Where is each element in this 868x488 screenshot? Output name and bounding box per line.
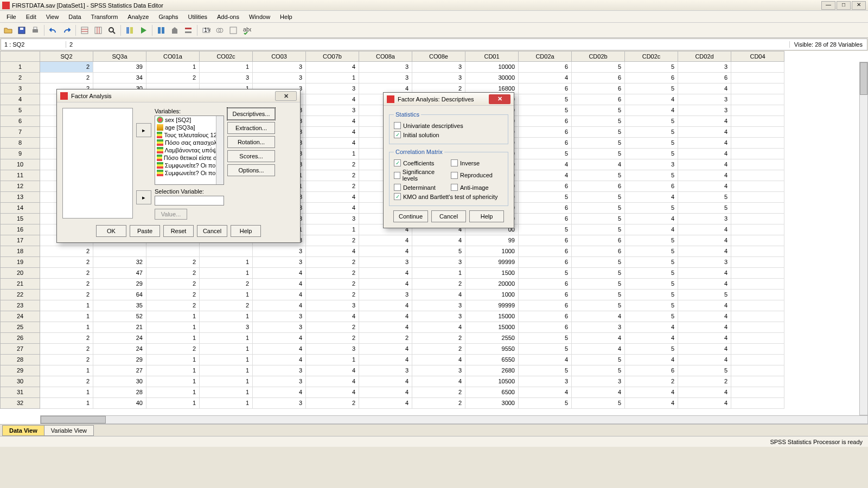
data-cell[interactable]: 4 <box>625 94 678 105</box>
data-cell[interactable]: 27 <box>93 365 146 376</box>
undo-icon[interactable] <box>47 24 59 36</box>
data-cell[interactable]: 4 <box>678 170 731 181</box>
data-cell[interactable]: 99999 <box>465 300 519 311</box>
data-cell[interactable] <box>731 322 784 333</box>
data-cell[interactable]: 2 <box>40 355 93 365</box>
data-cell[interactable]: 1 <box>40 365 93 376</box>
data-cell[interactable]: 5 <box>625 290 678 300</box>
data-cell[interactable]: 3 <box>412 300 465 311</box>
row-header[interactable]: 22 <box>0 290 40 300</box>
data-cell[interactable]: 5 <box>625 84 678 94</box>
data-cell[interactable] <box>731 355 784 365</box>
data-cell[interactable]: 24 <box>93 333 146 344</box>
row-header[interactable]: 20 <box>0 268 40 279</box>
data-cell[interactable]: 3 <box>306 105 359 116</box>
data-cell[interactable]: 6 <box>519 311 572 322</box>
data-cell[interactable]: 2 <box>306 333 359 344</box>
select-cases-icon[interactable] <box>182 24 194 36</box>
data-cell[interactable]: 4 <box>572 344 625 355</box>
fa-dialog-close-button[interactable]: ✕ <box>275 91 297 101</box>
data-cell[interactable]: 3 <box>253 365 306 376</box>
data-cell[interactable]: 5 <box>625 62 678 73</box>
data-cell[interactable]: 4 <box>412 376 465 387</box>
data-cell[interactable]: 6 <box>572 235 625 246</box>
data-cell[interactable]: 4 <box>519 355 572 365</box>
data-cell[interactable]: 5 <box>519 365 572 376</box>
data-cell[interactable]: 2 <box>412 279 465 290</box>
row-header[interactable]: 12 <box>0 181 40 192</box>
data-cell[interactable]: 1 <box>200 268 253 279</box>
data-cell[interactable]: 2 <box>146 257 200 268</box>
data-cell[interactable]: 6 <box>519 62 572 73</box>
data-cell[interactable]: 4 <box>253 387 306 398</box>
data-cell[interactable]: 4 <box>359 300 412 311</box>
data-cell[interactable]: 6 <box>519 214 572 224</box>
data-cell[interactable] <box>731 224 784 235</box>
data-cell[interactable]: 4 <box>359 235 412 246</box>
fa-variable-item[interactable]: age [SQ3a] <box>155 124 224 131</box>
column-header[interactable]: CO02c <box>200 51 253 62</box>
data-cell[interactable]: 5 <box>519 268 572 279</box>
data-cell[interactable]: 4 <box>572 387 625 398</box>
data-cell[interactable]: 4 <box>678 159 731 170</box>
data-cell[interactable]: 4 <box>412 322 465 333</box>
data-cell[interactable]: 5 <box>519 149 572 159</box>
data-cell[interactable]: 2 <box>306 290 359 300</box>
data-cell[interactable]: 5 <box>572 149 625 159</box>
data-cell[interactable]: 1 <box>40 311 93 322</box>
data-cell[interactable]: 2 <box>146 268 200 279</box>
data-cell[interactable]: 1500 <box>465 268 519 279</box>
data-cell[interactable]: 5 <box>519 94 572 105</box>
data-cell[interactable]: 3 <box>678 214 731 224</box>
data-cell[interactable] <box>731 376 784 387</box>
data-cell[interactable]: 3 <box>359 62 412 73</box>
data-cell[interactable]: 2 <box>678 376 731 387</box>
data-cell[interactable]: 1 <box>200 355 253 365</box>
data-cell[interactable]: 1 <box>200 62 253 73</box>
run-icon[interactable] <box>137 24 149 36</box>
fa-scores-button[interactable]: Scores... <box>227 150 275 162</box>
data-cell[interactable]: 1 <box>200 344 253 355</box>
fa-ok-button[interactable]: OK <box>96 225 126 237</box>
weight-icon[interactable] <box>169 24 181 36</box>
data-cell[interactable]: 4 <box>253 279 306 290</box>
data-cell[interactable]: 2 <box>40 333 93 344</box>
redo-icon[interactable] <box>61 24 73 36</box>
data-cell[interactable]: 4 <box>678 127 731 138</box>
column-header[interactable]: CD02d <box>678 51 731 62</box>
data-cell[interactable] <box>731 127 784 138</box>
data-cell[interactable]: 2 <box>412 387 465 398</box>
menu-data[interactable]: Data <box>64 12 85 21</box>
data-cell[interactable] <box>731 398 784 409</box>
column-header[interactable]: CD04 <box>731 51 784 62</box>
data-cell[interactable]: 4 <box>678 333 731 344</box>
row-header[interactable]: 18 <box>0 246 40 257</box>
data-cell[interactable]: 4 <box>306 192 359 203</box>
data-cell[interactable]: 99999 <box>465 257 519 268</box>
row-header[interactable]: 9 <box>0 149 40 159</box>
data-cell[interactable]: 6 <box>519 116 572 127</box>
data-cell[interactable]: 5 <box>625 203 678 214</box>
data-cell[interactable] <box>731 203 784 214</box>
data-cell[interactable]: 4 <box>678 224 731 235</box>
data-cell[interactable]: 2 <box>306 257 359 268</box>
data-cell[interactable]: 4 <box>306 365 359 376</box>
data-cell[interactable]: 4 <box>412 235 465 246</box>
data-cell[interactable]: 1 <box>146 376 200 387</box>
data-cell[interactable]: 4 <box>678 181 731 192</box>
data-cell[interactable]: 1 <box>306 73 359 84</box>
data-cell[interactable]: 5 <box>678 192 731 203</box>
data-cell[interactable]: 2 <box>412 344 465 355</box>
data-cell[interactable] <box>731 192 784 203</box>
data-cell[interactable]: 1 <box>306 355 359 365</box>
data-cell[interactable] <box>200 246 253 257</box>
data-cell[interactable]: 4 <box>625 224 678 235</box>
data-cell[interactable]: 3 <box>412 311 465 322</box>
data-cell[interactable]: 5 <box>572 138 625 149</box>
data-cell[interactable]: 1000 <box>465 246 519 257</box>
data-cell[interactable]: 1000 <box>465 290 519 300</box>
data-cell[interactable]: 4 <box>359 355 412 365</box>
data-cell[interactable]: 3 <box>253 311 306 322</box>
data-cell[interactable] <box>731 365 784 376</box>
fa-variable-item[interactable]: Συμφωνείτε? Οι ποι... <box>155 162 224 169</box>
